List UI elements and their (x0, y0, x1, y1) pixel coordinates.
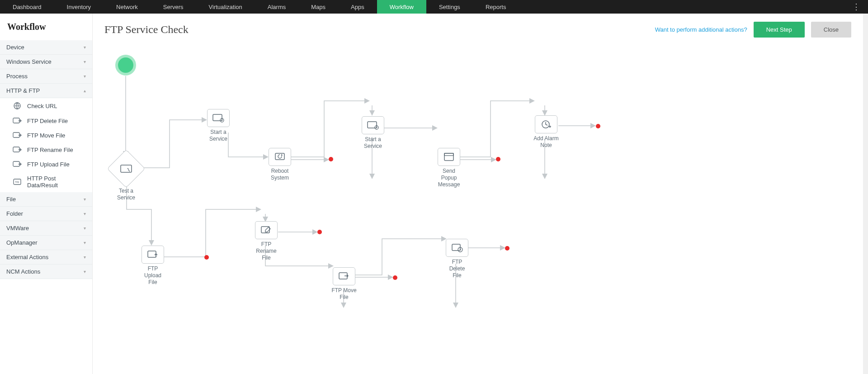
error-endpoint (596, 124, 600, 128)
sidebar-item-ftp-move-file[interactable]: FTP Move File (0, 128, 92, 142)
more-menu-icon[interactable]: ⋮ (845, 2, 868, 12)
node-ftp-delete[interactable]: FTP Delete File (444, 239, 470, 279)
node-ftp-move[interactable]: FTP Move File (331, 267, 357, 301)
svg-rect-13 (444, 153, 453, 161)
chevron-up-icon: ▴ (84, 88, 86, 93)
nav-item-maps[interactable]: Maps (298, 0, 338, 14)
globe-icon (13, 102, 22, 110)
sidebar: Workflow Device▾Windows Service▾Process▾… (0, 14, 93, 374)
sidebar-item-ftp-rename-file[interactable]: FTP Rename File (0, 142, 92, 157)
sidebar-category-process[interactable]: Process▾ (0, 69, 92, 84)
node-ftp-rename[interactable]: FTP Rename File (254, 221, 279, 261)
nav-item-alarms[interactable]: Alarms (255, 0, 298, 14)
chevron-down-icon: ▾ (84, 240, 86, 245)
nav-item-virtualization[interactable]: Virtualization (196, 0, 255, 14)
additional-actions-link[interactable]: Want to perform additional actions? (655, 26, 747, 33)
error-endpoint (329, 157, 333, 161)
sidebar-category-windows-service[interactable]: Windows Service▾ (0, 55, 92, 69)
page-title: FTP Service Check (104, 24, 649, 36)
error-endpoint (393, 275, 397, 280)
nav-item-network[interactable]: Network (104, 0, 151, 14)
chevron-down-icon: ▾ (84, 59, 86, 64)
sidebar-category-external-actions[interactable]: External Actions▾ (0, 250, 92, 265)
error-endpoint (317, 230, 322, 234)
sidebar-category-device[interactable]: Device▾ (0, 40, 92, 55)
chevron-down-icon: ▾ (84, 211, 86, 216)
sidebar-category-folder[interactable]: Folder▾ (0, 207, 92, 221)
svg-rect-10 (275, 153, 284, 160)
sidebar-item-http-post-data-result[interactable]: httpHTTP Post Data/Result (0, 171, 92, 192)
ftp-icon (13, 161, 22, 168)
node-reboot-system[interactable]: Reboot System (267, 148, 292, 181)
httpbox-icon: http (13, 179, 22, 185)
node-start-service-1[interactable]: Start a Service (206, 109, 231, 142)
nav-item-settings[interactable]: Settings (426, 0, 473, 14)
node-add-alarm-note[interactable]: Add Alarm Note (533, 115, 559, 149)
error-endpoint (496, 157, 500, 161)
chevron-down-icon: ▾ (84, 197, 86, 202)
nav-item-reports[interactable]: Reports (473, 0, 519, 14)
sidebar-category-file[interactable]: File▾ (0, 192, 92, 207)
ftp-icon (13, 117, 22, 124)
sidebar-title: Workflow (0, 14, 92, 40)
content: FTP Service Check Want to perform additi… (93, 14, 863, 374)
nav-item-servers[interactable]: Servers (151, 0, 196, 14)
node-ftp-upload[interactable]: FTP Upload File (140, 246, 165, 286)
chevron-down-icon: ▾ (84, 74, 86, 79)
content-header: FTP Service Check Want to perform additi… (93, 14, 863, 42)
svg-rect-1 (13, 118, 19, 123)
svg-rect-3 (13, 147, 19, 152)
error-endpoint (505, 246, 509, 251)
sidebar-category-ncm-actions[interactable]: NCM Actions▾ (0, 265, 92, 279)
nav-item-apps[interactable]: Apps (338, 0, 377, 14)
decision-node-test-service[interactable]: Test a Service (112, 155, 140, 201)
ftp-icon (13, 132, 22, 139)
sidebar-category-opmanager[interactable]: OpManager▾ (0, 236, 92, 250)
chevron-down-icon: ▾ (84, 255, 86, 260)
svg-rect-16 (148, 251, 156, 257)
scrollbar[interactable] (863, 14, 868, 374)
start-node[interactable] (115, 55, 136, 76)
close-button[interactable]: Close (811, 22, 851, 38)
sidebar-item-check-url[interactable]: Check URL (0, 98, 92, 114)
chevron-down-icon: ▾ (84, 45, 86, 50)
error-endpoint (204, 255, 209, 260)
workflow-canvas[interactable]: Test a Service Start a Service Reboot Sy… (93, 42, 863, 374)
sidebar-category-vmware[interactable]: VMWare▾ (0, 221, 92, 236)
sidebar-item-ftp-delete-file[interactable]: FTP Delete File (0, 114, 92, 128)
nav-item-inventory[interactable]: Inventory (54, 0, 104, 14)
ftp-icon (13, 146, 22, 153)
svg-rect-2 (13, 133, 19, 137)
nav-item-workflow[interactable]: Workflow (377, 0, 426, 14)
next-step-button[interactable]: Next Step (754, 22, 805, 38)
svg-rect-8 (213, 114, 222, 121)
svg-text:http: http (15, 180, 19, 183)
chevron-down-icon: ▾ (84, 269, 86, 274)
svg-rect-4 (13, 161, 19, 166)
sidebar-category-http-ftp[interactable]: HTTP & FTP▴ (0, 84, 92, 98)
connector-layer (93, 42, 698, 331)
node-send-popup[interactable]: Send Popup Message (436, 148, 462, 188)
chevron-down-icon: ▾ (84, 226, 86, 231)
nav-item-dashboard[interactable]: Dashboard (0, 0, 54, 14)
svg-rect-11 (368, 122, 377, 128)
svg-rect-19 (452, 244, 460, 251)
sidebar-item-ftp-upload-file[interactable]: FTP Upload File (0, 157, 92, 171)
node-start-service-2[interactable]: Start a Service (360, 116, 386, 150)
top-nav: DashboardInventoryNetworkServersVirtuali… (0, 0, 868, 14)
